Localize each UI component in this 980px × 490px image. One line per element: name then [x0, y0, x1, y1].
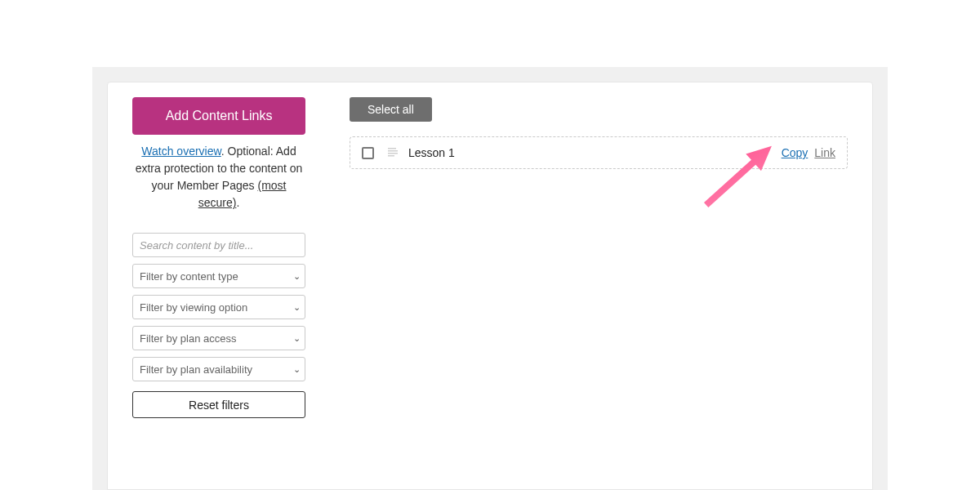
svg-rect-2 — [388, 153, 398, 154]
filters-group: Filter by content type ⌄ Filter by viewi… — [132, 233, 305, 418]
content-panel: Add Content Links Watch overview. Option… — [107, 82, 873, 490]
content-item-row: Lesson 1 Copy Link — [350, 136, 848, 169]
main-area: Select all Lesson 1 Copy L — [350, 97, 848, 169]
item-title: Lesson 1 — [408, 146, 782, 159]
document-icon — [387, 146, 400, 159]
copy-link[interactable]: Copy — [782, 146, 808, 159]
filter-viewing-option-select[interactable]: Filter by viewing option — [132, 295, 305, 319]
filter-plan-availability-select[interactable]: Filter by plan availability — [132, 357, 305, 381]
search-input[interactable] — [132, 233, 305, 257]
sidebar: Add Content Links Watch overview. Option… — [132, 97, 305, 418]
link-link[interactable]: Link — [814, 146, 835, 159]
add-content-links-button[interactable]: Add Content Links — [132, 97, 305, 135]
sidebar-desc-end: . — [236, 196, 239, 209]
filter-plan-access-select[interactable]: Filter by plan access — [132, 326, 305, 350]
sidebar-description: Watch overview. Optional: Add extra prot… — [132, 143, 305, 212]
svg-rect-0 — [388, 148, 396, 149]
item-checkbox[interactable] — [362, 147, 374, 159]
page-frame: Add Content Links Watch overview. Option… — [92, 67, 888, 490]
reset-filters-button[interactable]: Reset filters — [132, 391, 305, 418]
select-all-button[interactable]: Select all — [350, 97, 432, 122]
filter-content-type-select[interactable]: Filter by content type — [132, 264, 305, 288]
watch-overview-link[interactable]: Watch overview — [141, 145, 221, 158]
item-actions: Copy Link — [782, 146, 835, 159]
svg-rect-3 — [388, 155, 394, 157]
svg-rect-1 — [388, 150, 398, 152]
